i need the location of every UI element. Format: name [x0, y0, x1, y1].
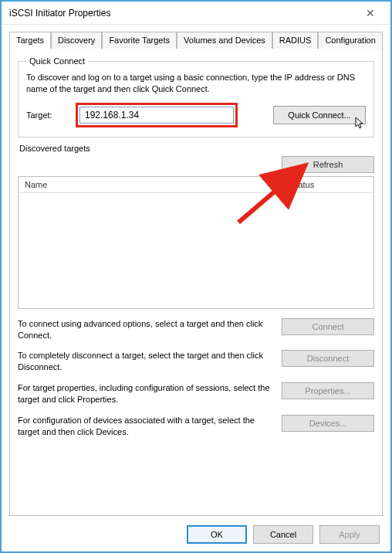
- close-icon[interactable]: ✕: [355, 3, 386, 23]
- ok-button[interactable]: OK: [187, 525, 247, 544]
- tab-favorite-targets[interactable]: Favorite Targets: [102, 32, 177, 49]
- connect-button[interactable]: Connect: [282, 318, 374, 335]
- disconnect-row: To completely disconnect a target, selec…: [18, 350, 374, 373]
- tab-radius[interactable]: RADIUS: [272, 32, 319, 49]
- target-input-highlight: [76, 103, 238, 127]
- disconnect-text: To completely disconnect a target, selec…: [18, 350, 272, 373]
- target-input[interactable]: [79, 107, 234, 124]
- quick-connect-legend: Quick Connect: [26, 56, 88, 66]
- dialog-button-bar: OK Cancel Apply: [187, 525, 380, 544]
- col-status: Status: [290, 180, 367, 189]
- devices-button[interactable]: Devices...: [282, 415, 374, 432]
- properties-row: For target properties, including configu…: [18, 382, 374, 405]
- discovered-targets-list[interactable]: Name Status: [18, 176, 374, 309]
- disconnect-button[interactable]: Disconnect: [282, 350, 374, 367]
- quick-connect-button[interactable]: Quick Connect...: [273, 106, 366, 124]
- tab-row: Targets Discovery Favorite Targets Volum…: [9, 31, 383, 49]
- cancel-button[interactable]: Cancel: [253, 525, 313, 544]
- properties-text: For target properties, including configu…: [18, 382, 272, 405]
- connect-text: To connect using advanced options, selec…: [18, 318, 272, 341]
- quick-connect-help: To discover and log on to a target using…: [26, 72, 366, 95]
- list-header: Name Status: [19, 177, 373, 193]
- tab-volumes-devices[interactable]: Volumes and Devices: [177, 32, 272, 49]
- quick-connect-group: Quick Connect To discover and log on to …: [18, 56, 374, 137]
- properties-button[interactable]: Properties...: [282, 382, 374, 399]
- apply-button[interactable]: Apply: [319, 525, 380, 544]
- tab-panel-targets: Quick Connect To discover and log on to …: [9, 49, 383, 516]
- tab-targets[interactable]: Targets: [9, 32, 51, 49]
- devices-text: For configuration of devices associated …: [18, 415, 272, 438]
- cursor-icon: [354, 117, 367, 131]
- tab-discovery[interactable]: Discovery: [51, 32, 102, 49]
- target-label: Target:: [26, 110, 66, 120]
- window-title: iSCSI Initiator Properties: [9, 8, 110, 19]
- col-name: Name: [25, 180, 290, 189]
- titlebar: iSCSI Initiator Properties ✕: [2, 2, 390, 25]
- discovered-targets-label: Discovered targets: [19, 144, 374, 153]
- devices-row: For configuration of devices associated …: [18, 415, 374, 438]
- connect-row: To connect using advanced options, selec…: [18, 318, 374, 341]
- quick-connect-button-label: Quick Connect...: [288, 110, 350, 120]
- tab-configuration[interactable]: Configuration: [318, 32, 382, 49]
- target-row: Target: Quick Connect...: [26, 103, 366, 127]
- refresh-button[interactable]: Refresh: [282, 156, 374, 173]
